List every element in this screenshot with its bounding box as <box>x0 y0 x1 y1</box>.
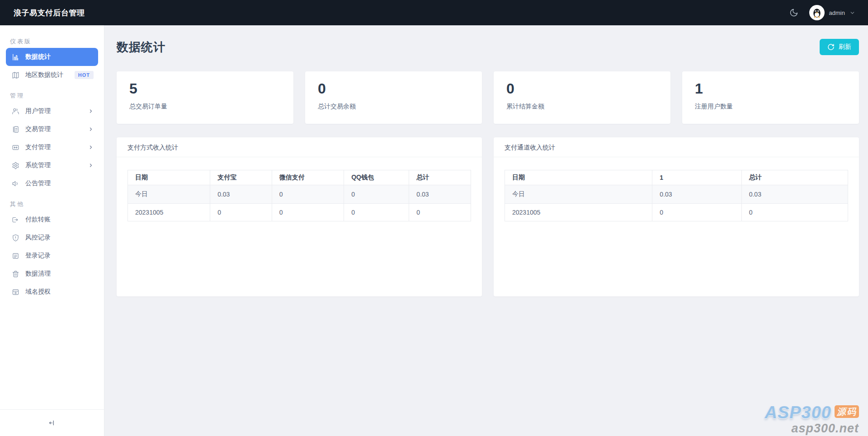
sidebar-nav: 仪表版 数据统计 地区数据统计 HOT 管理 用户管理 <box>0 25 104 409</box>
table-cell: 0 <box>741 204 848 221</box>
panel-title: 支付通道收入统计 <box>494 137 859 157</box>
table-row: 20231005 0 0 <box>505 204 848 221</box>
panel-body: 日期 支付宝 微信支付 QQ钱包 总计 今日 0.03 0 <box>117 157 482 221</box>
sidebar-item-user-mgmt[interactable]: 用户管理 <box>6 102 98 120</box>
table-cell: 0 <box>652 204 741 221</box>
sidebar-item-label: 地区数据统计 <box>25 71 63 79</box>
sidebar-item-label: 付款转账 <box>25 216 51 224</box>
sidebar-item-label: 域名授权 <box>25 288 51 296</box>
card-transfer-icon <box>12 144 19 151</box>
payment-method-income-table: 日期 支付宝 微信支付 QQ钱包 总计 今日 0.03 0 <box>127 170 471 221</box>
stat-card-total-orders: 5 总交易订单量 <box>117 71 293 124</box>
sidebar-item-label: 公告管理 <box>25 179 51 188</box>
table-cell: 0 <box>210 204 272 221</box>
table-row: 20231005 0 0 0 0 <box>128 204 471 221</box>
main-content: 数据统计 刷新 5 总交易订单量 0 总计交易余额 0 累计结算金额 <box>104 25 868 436</box>
collapse-left-icon <box>48 419 56 427</box>
chevron-down-icon <box>849 10 855 16</box>
table-cell: 今日 <box>505 185 652 204</box>
stat-value: 0 <box>506 80 658 97</box>
chevron-right-icon <box>88 108 94 114</box>
table-cell: 20231005 <box>128 204 210 221</box>
table-cell: 0 <box>272 204 344 221</box>
stat-value: 5 <box>129 80 281 97</box>
panel-payment-method-income: 支付方式收入统计 日期 支付宝 微信支付 QQ钱包 总计 <box>117 137 482 296</box>
table-cell: 0.03 <box>210 185 272 204</box>
stat-cards-row: 5 总交易订单量 0 总计交易余额 0 累计结算金额 1 注册用户数量 <box>117 71 859 124</box>
sidebar-item-label: 登录记录 <box>25 252 51 260</box>
moon-icon[interactable] <box>789 8 798 17</box>
stat-label: 注册用户数量 <box>695 103 846 111</box>
username-label: admin <box>829 9 845 16</box>
table-cell: 0 <box>344 204 409 221</box>
map-icon <box>12 71 19 79</box>
app-title: 浪子易支付后台管理 <box>14 8 85 18</box>
column-header: 日期 <box>505 170 652 185</box>
stat-card-settled-amount: 0 累计结算金额 <box>494 71 670 124</box>
gear-icon <box>12 162 19 169</box>
sidebar-item-risk-records[interactable]: 风控记录 <box>6 229 98 247</box>
page-title: 数据统计 <box>117 39 165 55</box>
column-header: 总计 <box>409 170 471 185</box>
bar-chart-icon <box>12 53 19 61</box>
sidebar-item-label: 数据统计 <box>25 53 51 61</box>
sidebar-section-dashboard: 仪表版 <box>6 35 98 48</box>
column-header: 总计 <box>741 170 848 185</box>
stat-card-total-balance: 0 总计交易余额 <box>305 71 482 124</box>
shield-alert-icon <box>12 234 19 242</box>
sidebar-item-region-stats[interactable]: 地区数据统计 HOT <box>6 66 98 84</box>
payment-channel-income-table: 日期 1 总计 今日 0.03 0.03 <box>505 170 848 221</box>
stat-card-registered-users: 1 注册用户数量 <box>682 71 859 124</box>
stat-label: 累计结算金额 <box>506 103 658 111</box>
table-row: 今日 0.03 0 0 0.03 <box>128 185 471 204</box>
document-icon <box>12 126 19 133</box>
refresh-button[interactable]: 刷新 <box>820 39 859 55</box>
refresh-icon <box>827 43 835 51</box>
column-header: 1 <box>652 170 741 185</box>
table-cell: 0.03 <box>741 185 848 204</box>
sidebar-item-label: 用户管理 <box>25 107 51 115</box>
hot-badge: HOT <box>75 71 94 79</box>
table-cell: 0 <box>409 204 471 221</box>
trash-icon <box>12 270 19 278</box>
table-cell: 0 <box>344 185 409 204</box>
sidebar-item-domain-auth[interactable]: 域名授权 <box>6 283 98 301</box>
users-icon <box>12 108 19 115</box>
chevron-right-icon <box>88 163 94 168</box>
domain-window-icon <box>12 288 19 296</box>
sidebar-item-login-records[interactable]: 登录记录 <box>6 247 98 265</box>
table-cell: 0.03 <box>652 185 741 204</box>
sidebar-item-announcement-mgmt[interactable]: 公告管理 <box>6 174 98 192</box>
column-header: QQ钱包 <box>344 170 409 185</box>
column-header: 微信支付 <box>272 170 344 185</box>
top-bar: 浪子易支付后台管理 admin <box>0 0 868 25</box>
sidebar-item-trade-mgmt[interactable]: 交易管理 <box>6 120 98 138</box>
sidebar-collapse-button[interactable] <box>0 409 104 436</box>
sidebar-section-management: 管理 <box>6 89 98 102</box>
sidebar-item-label: 交易管理 <box>25 125 51 133</box>
sidebar-item-label: 支付管理 <box>25 143 51 151</box>
sidebar-item-system-mgmt[interactable]: 系统管理 <box>6 156 98 174</box>
table-cell: 0 <box>272 185 344 204</box>
refresh-button-label: 刷新 <box>839 43 851 51</box>
sidebar-item-data-stats[interactable]: 数据统计 <box>6 48 98 66</box>
stat-label: 总计交易余额 <box>318 103 469 111</box>
sidebar: 仪表版 数据统计 地区数据统计 HOT 管理 用户管理 <box>0 25 104 436</box>
panel-body: 日期 1 总计 今日 0.03 0.03 <box>494 157 859 221</box>
top-bar-actions: admin <box>789 5 855 20</box>
transfer-out-icon <box>12 216 19 224</box>
user-menu[interactable]: admin <box>809 5 855 20</box>
chevron-right-icon <box>88 145 94 150</box>
stat-label: 总交易订单量 <box>129 103 281 111</box>
sidebar-item-payment-mgmt[interactable]: 支付管理 <box>6 138 98 156</box>
stat-value: 1 <box>695 80 846 97</box>
sidebar-item-label: 系统管理 <box>25 161 51 169</box>
sidebar-item-label: 风控记录 <box>25 234 51 242</box>
table-cell: 0.03 <box>409 185 471 204</box>
avatar <box>809 5 825 20</box>
chevron-right-icon <box>88 127 94 132</box>
table-cell: 20231005 <box>505 204 652 221</box>
sidebar-item-data-cleanup[interactable]: 数据清理 <box>6 265 98 283</box>
sidebar-item-payout-transfer[interactable]: 付款转账 <box>6 211 98 229</box>
column-header: 日期 <box>128 170 210 185</box>
